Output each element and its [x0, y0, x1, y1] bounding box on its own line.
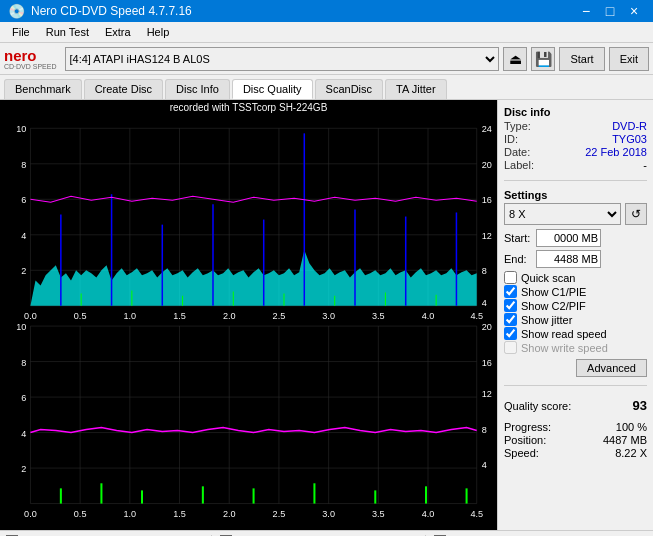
menu-extra[interactable]: Extra — [97, 24, 139, 40]
close-button[interactable]: × — [623, 0, 645, 22]
svg-text:8: 8 — [21, 160, 26, 170]
show-c2pif-checkbox[interactable] — [504, 299, 517, 312]
svg-text:16: 16 — [482, 195, 492, 205]
position-label: Position: — [504, 434, 546, 446]
quick-scan-label: Quick scan — [521, 272, 575, 284]
svg-text:2.5: 2.5 — [273, 311, 286, 321]
svg-text:2: 2 — [21, 266, 26, 276]
svg-text:0.0: 0.0 — [24, 311, 37, 321]
divider-2 — [504, 385, 647, 386]
speed-row: 8 X ↺ — [504, 203, 647, 225]
disc-label-label: Label: — [504, 159, 534, 171]
quick-scan-row: Quick scan — [504, 271, 647, 284]
progress-label: Progress: — [504, 421, 551, 433]
disc-id-value: TYG03 — [612, 133, 647, 145]
svg-text:4: 4 — [21, 231, 26, 241]
start-input[interactable] — [536, 229, 601, 247]
exit-button[interactable]: Exit — [609, 47, 649, 71]
show-read-speed-row: Show read speed — [504, 327, 647, 340]
speed-select[interactable]: 8 X — [504, 203, 621, 225]
disc-id-row: ID: TYG03 — [504, 133, 647, 145]
disc-date-label: Date: — [504, 146, 530, 158]
show-read-speed-label: Show read speed — [521, 328, 607, 340]
quick-scan-checkbox[interactable] — [504, 271, 517, 284]
tab-disc-info[interactable]: Disc Info — [165, 79, 230, 99]
start-button[interactable]: Start — [559, 47, 604, 71]
progress-row: Progress: 100 % — [504, 421, 647, 433]
svg-text:2.0: 2.0 — [223, 311, 236, 321]
svg-text:6: 6 — [21, 393, 26, 403]
svg-text:0.0: 0.0 — [24, 509, 37, 519]
menu-help[interactable]: Help — [139, 24, 178, 40]
show-jitter-label: Show jitter — [521, 314, 572, 326]
position-value: 4487 MB — [603, 434, 647, 446]
svg-text:16: 16 — [482, 358, 492, 368]
svg-text:10: 10 — [16, 322, 26, 332]
svg-text:1.0: 1.0 — [123, 509, 136, 519]
svg-text:3.5: 3.5 — [372, 509, 385, 519]
svg-text:4.0: 4.0 — [422, 311, 435, 321]
show-c2pif-label: Show C2/PIF — [521, 300, 586, 312]
maximize-button[interactable]: □ — [599, 0, 621, 22]
svg-text:8: 8 — [482, 425, 487, 435]
save-icon-button[interactable]: 💾 — [531, 47, 555, 71]
progress-value: 100 % — [616, 421, 647, 433]
svg-text:8: 8 — [21, 358, 26, 368]
tabs: Benchmark Create Disc Disc Info Disc Qua… — [0, 75, 653, 100]
divider-1 — [504, 180, 647, 181]
svg-text:3.0: 3.0 — [322, 311, 335, 321]
start-mb-row: Start: — [504, 229, 647, 247]
svg-rect-56 — [30, 326, 476, 504]
menu-run-test[interactable]: Run Test — [38, 24, 97, 40]
svg-text:1.5: 1.5 — [173, 509, 186, 519]
menu-bar: File Run Test Extra Help — [0, 22, 653, 43]
bottom-stats: PI Errors Average: 0.40 Maximum: 9 Total… — [0, 530, 653, 536]
tab-ta-jitter[interactable]: TA Jitter — [385, 79, 447, 99]
svg-text:4: 4 — [482, 298, 487, 308]
show-jitter-checkbox[interactable] — [504, 313, 517, 326]
menu-file[interactable]: File — [4, 24, 38, 40]
disc-info-section: Disc info Type: DVD-R ID: TYG03 Date: 22… — [504, 106, 647, 172]
tab-benchmark[interactable]: Benchmark — [4, 79, 82, 99]
main-content: recorded with TSSTcorp SH-224GB 10 — [0, 100, 653, 530]
speed-label: Speed: — [504, 447, 539, 459]
disc-type-value: DVD-R — [612, 120, 647, 132]
svg-text:2.5: 2.5 — [273, 509, 286, 519]
show-c1pie-checkbox[interactable] — [504, 285, 517, 298]
show-read-speed-checkbox[interactable] — [504, 327, 517, 340]
quality-value: 93 — [633, 398, 647, 413]
svg-text:6: 6 — [21, 195, 26, 205]
disc-type-row: Type: DVD-R — [504, 120, 647, 132]
disc-label-value: - — [643, 159, 647, 171]
eject-icon-button[interactable]: ⏏ — [503, 47, 527, 71]
show-c1pie-label: Show C1/PIE — [521, 286, 586, 298]
show-write-speed-checkbox[interactable] — [504, 341, 517, 354]
disc-date-row: Date: 22 Feb 2018 — [504, 146, 647, 158]
disc-info-title: Disc info — [504, 106, 647, 118]
tab-create-disc[interactable]: Create Disc — [84, 79, 163, 99]
quality-row: Quality score: 93 — [504, 398, 647, 413]
chart-area: recorded with TSSTcorp SH-224GB 10 — [0, 100, 498, 530]
svg-text:10: 10 — [16, 124, 26, 134]
title-bar-title: Nero CD-DVD Speed 4.7.7.16 — [31, 4, 192, 18]
refresh-button[interactable]: ↺ — [625, 203, 647, 225]
progress-section: Progress: 100 % Position: 4487 MB Speed:… — [504, 421, 647, 460]
svg-text:4.5: 4.5 — [470, 509, 483, 519]
advanced-button[interactable]: Advanced — [576, 359, 647, 377]
show-write-speed-label: Show write speed — [521, 342, 608, 354]
svg-text:12: 12 — [482, 231, 492, 241]
tab-scan-disc[interactable]: ScanDisc — [315, 79, 383, 99]
disc-id-label: ID: — [504, 133, 518, 145]
minimize-button[interactable]: − — [575, 0, 597, 22]
speed-value: 8.22 X — [615, 447, 647, 459]
show-c2pif-row: Show C2/PIF — [504, 299, 647, 312]
show-jitter-row: Show jitter — [504, 313, 647, 326]
title-bar: 💿 Nero CD-DVD Speed 4.7.7.16 − □ × — [0, 0, 653, 22]
end-input[interactable] — [536, 250, 601, 268]
svg-text:0.5: 0.5 — [74, 509, 87, 519]
drive-select[interactable]: [4:4] ATAPI iHAS124 B AL0S — [65, 47, 500, 71]
tab-disc-quality[interactable]: Disc Quality — [232, 79, 313, 99]
quality-label: Quality score: — [504, 400, 571, 412]
settings-title: Settings — [504, 189, 647, 201]
chart-svg: 10 8 6 4 2 24 20 16 12 8 4 — [0, 115, 497, 527]
